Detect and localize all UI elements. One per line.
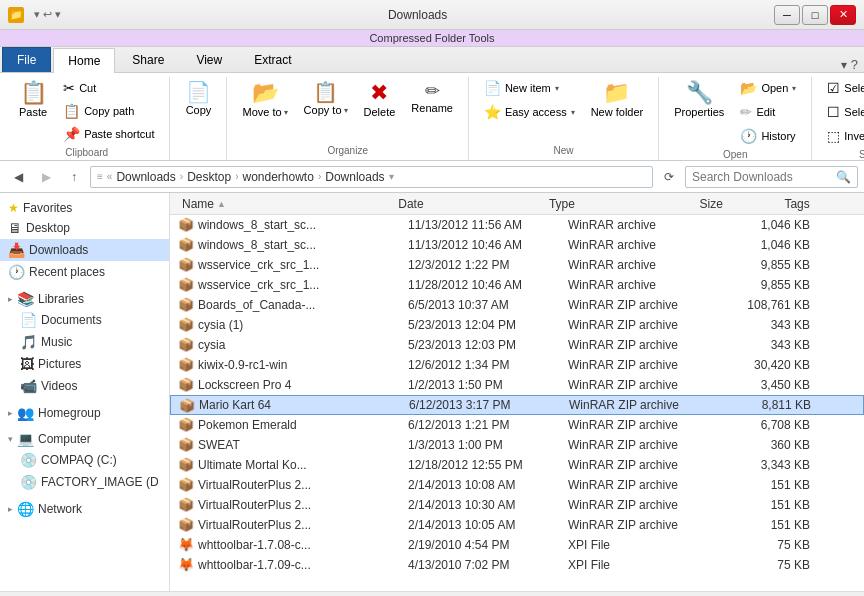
col-header-name[interactable]: Name ▲ [178,197,394,211]
delete-button[interactable]: ✖ Delete [357,77,403,123]
path-downloads[interactable]: Downloads [116,170,175,184]
select-none-button[interactable]: ☐ Select none [820,101,864,123]
new-folder-button[interactable]: 📁 New folder [584,77,651,123]
address-path[interactable]: ≡ « Downloads › Desktop › wonderhowto › … [90,166,653,188]
search-icon[interactable]: 🔍 [836,170,851,184]
path-expand-arrow[interactable]: ▾ [389,171,394,182]
tab-view[interactable]: View [181,47,237,72]
table-row[interactable]: 📦 wsservice_crk_src_1... 11/28/2012 10:4… [170,275,864,295]
file-type-icon: 🦊 [178,557,194,572]
file-type-icon: 📦 [178,477,194,492]
file-type-icon: 📦 [178,297,194,312]
history-button[interactable]: 🕐 History [733,125,803,147]
path-downloads2[interactable]: Downloads [325,170,384,184]
file-type: WinRAR ZIP archive [568,338,728,352]
copy-path-button[interactable]: 📋 Copy path [56,100,161,122]
file-name: 📦 Ultimate Mortal Ko... [178,457,408,472]
sidebar-item-desktop[interactable]: 🖥 Desktop [0,217,169,239]
col-header-type[interactable]: Type [545,197,696,211]
tab-share[interactable]: Share [117,47,179,72]
paste-shortcut-button[interactable]: 📌 Paste shortcut [56,123,161,145]
tab-home[interactable]: Home [53,48,115,73]
file-type: WinRAR ZIP archive [568,378,728,392]
path-desktop[interactable]: Desktop [187,170,231,184]
properties-button[interactable]: 🔧 Properties [667,77,731,123]
sidebar-item-documents[interactable]: 📄 Documents [0,309,169,331]
close-button[interactable]: ✕ [830,5,856,25]
help-button[interactable]: ? [851,57,858,72]
copy-to-icon: 📋 [313,82,338,102]
minimize-button[interactable]: ─ [774,5,800,25]
favorites-header[interactable]: ★ Favorites [0,197,169,217]
table-row[interactable]: 📦 wsservice_crk_src_1... 12/3/2012 1:22 … [170,255,864,275]
table-row[interactable]: 📦 VirtualRouterPlus 2... 2/14/2013 10:08… [170,475,864,495]
copy-to-button[interactable]: 📋 Copy to ▾ [297,77,355,121]
sidebar-item-recent[interactable]: 🕐 Recent places [0,261,169,283]
search-input[interactable] [692,170,832,184]
sidebar-item-pictures[interactable]: 🖼 Pictures [0,353,169,375]
sidebar-item-music[interactable]: 🎵 Music [0,331,169,353]
file-size: 9,855 KB [728,258,818,272]
col-header-tags[interactable]: Tags [780,197,856,211]
easy-access-button[interactable]: ⭐ Easy access ▾ [477,101,582,123]
table-row[interactable]: 📦 SWEAT 1/3/2013 1:00 PM WinRAR ZIP arch… [170,435,864,455]
table-row[interactable]: 📦 Mario Kart 64 6/12/2013 3:17 PM WinRAR… [170,395,864,415]
table-row[interactable]: 📦 Boards_of_Canada-... 6/5/2013 10:37 AM… [170,295,864,315]
table-row[interactable]: 📦 Ultimate Mortal Ko... 12/18/2012 12:55… [170,455,864,475]
ribbon-options-button[interactable]: ▾ [841,58,847,72]
ribbon: 📋 Paste ✂ Cut 📋 Copy path 📌 Paste shortc… [0,73,864,161]
sidebar-item-downloads[interactable]: 📥 Downloads [0,239,169,261]
file-type: WinRAR ZIP archive [568,318,728,332]
tab-extract[interactable]: Extract [239,47,306,72]
table-row[interactable]: 🦊 whttoolbar-1.7.08-c... 2/19/2010 4:54 … [170,535,864,555]
search-box[interactable]: 🔍 [685,166,858,188]
rename-button[interactable]: ✏ Rename [404,77,460,119]
table-row[interactable]: 📦 VirtualRouterPlus 2... 2/14/2013 10:05… [170,515,864,535]
table-row[interactable]: 📦 Lockscreen Pro 4 1/2/2013 1:50 PM WinR… [170,375,864,395]
sidebar-item-factory[interactable]: 💿 FACTORY_IMAGE (D [0,471,169,493]
cut-button[interactable]: ✂ Cut [56,77,161,99]
col-header-date[interactable]: Date [394,197,545,211]
col-header-size[interactable]: Size [696,197,781,211]
edit-button[interactable]: ✏ Edit [733,101,803,123]
up-button[interactable]: ↑ [62,166,86,188]
open-button[interactable]: 📂 Open ▾ [733,77,803,99]
table-row[interactable]: 📦 cysia 5/23/2013 12:03 PM WinRAR ZIP ar… [170,335,864,355]
network-header[interactable]: ▸ 🌐 Network [0,497,169,519]
back-button[interactable]: ◀ [6,166,30,188]
file-size: 343 KB [728,318,818,332]
paste-button[interactable]: 📋 Paste [12,77,54,123]
new-item-button[interactable]: 📄 New item ▾ [477,77,582,99]
status-bar: 1 item selected [0,591,864,596]
table-row[interactable]: 📦 windows_8_start_sc... 11/13/2012 10:46… [170,235,864,255]
homegroup-header[interactable]: ▸ 👥 Homegroup [0,401,169,423]
tab-file[interactable]: File [2,47,51,72]
table-row[interactable]: 📦 cysia (1) 5/23/2013 12:04 PM WinRAR ZI… [170,315,864,335]
table-row[interactable]: 📦 Pokemon Emerald 6/12/2013 1:21 PM WinR… [170,415,864,435]
maximize-button[interactable]: □ [802,5,828,25]
table-row[interactable]: 📦 kiwix-0.9-rc1-win 12/6/2012 1:34 PM Wi… [170,355,864,375]
network-icon: 🌐 [17,501,34,517]
file-date: 1/3/2013 1:00 PM [408,438,568,452]
table-row[interactable]: 📦 VirtualRouterPlus 2... 2/14/2013 10:30… [170,495,864,515]
select-all-button[interactable]: ☑ Select all [820,77,864,99]
computer-header[interactable]: ▾ 💻 Computer [0,427,169,449]
path-wonderhowto[interactable]: wonderhowto [243,170,314,184]
file-name: 📦 Pokemon Emerald [178,417,408,432]
copy-button[interactable]: 📄 Copy [178,77,218,121]
refresh-button[interactable]: ⟳ [657,166,681,188]
sidebar-item-videos[interactable]: 📹 Videos [0,375,169,397]
homegroup-chevron: ▸ [8,408,13,418]
file-size: 9,855 KB [728,278,818,292]
file-size: 75 KB [728,538,818,552]
invert-selection-button[interactable]: ⬚ Invert selection [820,125,864,147]
libraries-header[interactable]: ▸ 📚 Libraries [0,287,169,309]
table-row[interactable]: 📦 windows_8_start_sc... 11/13/2012 11:56… [170,215,864,235]
sidebar-item-compaq[interactable]: 💿 COMPAQ (C:) [0,449,169,471]
copy-to-dropdown-arrow: ▾ [344,106,348,115]
file-date: 6/5/2013 10:37 AM [408,298,568,312]
forward-button[interactable]: ▶ [34,166,58,188]
move-to-button[interactable]: 📂 Move to ▾ [235,77,294,123]
table-row[interactable]: 🦊 whttoolbar-1.7.09-c... 4/13/2010 7:02 … [170,555,864,575]
documents-icon: 📄 [20,312,37,328]
